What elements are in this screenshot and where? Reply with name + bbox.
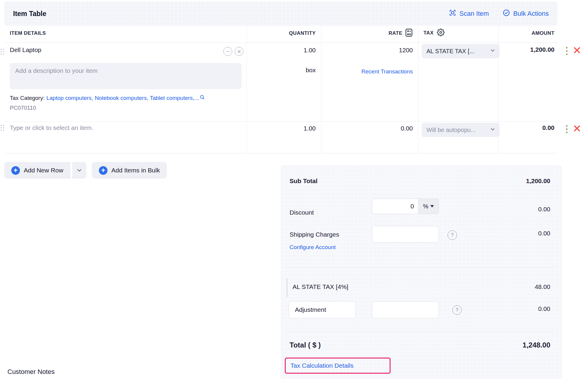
rate-value[interactable]: 0.00 bbox=[339, 125, 413, 132]
summary-divider bbox=[286, 268, 553, 268]
subtotal-amount: 1,200.00 bbox=[491, 177, 550, 185]
column-header-item-details: ITEM DETAILS bbox=[10, 30, 46, 36]
tax-select-placeholder: Will be autopopu... bbox=[426, 127, 476, 133]
calculator-icon[interactable] bbox=[405, 29, 413, 38]
help-icon[interactable]: ? bbox=[448, 230, 457, 240]
discount-label: Discount bbox=[290, 209, 314, 216]
item-select-input[interactable] bbox=[10, 124, 176, 131]
adjustment-amount: 0.00 bbox=[491, 305, 550, 312]
search-icon[interactable] bbox=[200, 95, 205, 101]
discount-input[interactable] bbox=[372, 199, 418, 214]
add-items-in-bulk-button[interactable]: + Add Items in Bulk bbox=[92, 162, 167, 179]
header-actions: Scan Item Bulk Actions bbox=[449, 9, 549, 18]
scan-icon bbox=[449, 9, 456, 18]
row-drag-handle[interactable] bbox=[1, 125, 4, 131]
tax-line-amount: 48.00 bbox=[491, 283, 550, 290]
summary-divider bbox=[286, 331, 553, 332]
amount-value: 1,200.00 bbox=[495, 46, 554, 53]
bulk-actions-label: Bulk Actions bbox=[513, 10, 549, 18]
customer-notes-heading: Customer Notes bbox=[7, 368, 55, 376]
plus-circle-icon: + bbox=[11, 166, 20, 175]
bulk-actions-button[interactable]: Bulk Actions bbox=[502, 9, 549, 18]
tax-select[interactable]: Will be autopopu... bbox=[422, 123, 500, 137]
tax-category-links[interactable]: Laptop computers, Notebook computers, Ta… bbox=[46, 95, 199, 101]
total-label: Total ( $ ) bbox=[290, 341, 321, 349]
item-description-input[interactable] bbox=[10, 63, 241, 89]
column-header-amount: AMOUNT bbox=[495, 30, 554, 36]
summary-panel: Sub Total 1,200.00 Discount % 0.00 Shipp… bbox=[281, 165, 562, 379]
column-header-rate: RATE bbox=[388, 30, 402, 36]
tax-select-value: AL STATE TAX [... bbox=[426, 48, 474, 55]
chevron-down-icon bbox=[490, 127, 495, 133]
recent-transactions-link[interactable]: Recent Transactions bbox=[339, 68, 413, 75]
scan-item-button[interactable]: Scan Item bbox=[449, 9, 489, 18]
column-divider bbox=[246, 26, 247, 153]
column-header-tax-group: TAX bbox=[423, 29, 445, 37]
delete-row-icon[interactable] bbox=[573, 46, 581, 56]
column-header-rate-group: RATE bbox=[339, 29, 413, 38]
tax-calculation-highlight-box: Tax Calculation Details bbox=[285, 358, 391, 374]
amount-value: 0.00 bbox=[495, 124, 554, 131]
tax-category-label: Tax Category: bbox=[10, 95, 45, 101]
row-drag-handle[interactable] bbox=[1, 49, 4, 55]
tax-line-label: AL STATE TAX [4%] bbox=[293, 283, 348, 290]
item-sku: PC070110 bbox=[10, 105, 36, 111]
quantity-value[interactable]: 1.00 bbox=[256, 47, 316, 54]
total-amount: 1,248.00 bbox=[491, 341, 550, 349]
add-items-in-bulk-label: Add Items in Bulk bbox=[111, 167, 160, 174]
subtotal-label: Sub Total bbox=[290, 177, 317, 185]
gear-icon[interactable] bbox=[437, 29, 445, 37]
add-new-row-button[interactable]: + Add New Row bbox=[4, 162, 70, 179]
adjustment-label: Adjustment bbox=[295, 306, 326, 313]
help-icon[interactable]: ? bbox=[452, 305, 462, 315]
row-menu-icon[interactable] bbox=[566, 125, 568, 133]
rate-value[interactable]: 1200 bbox=[339, 47, 413, 54]
column-header-quantity: QUANTITY bbox=[256, 30, 316, 36]
add-row-dropdown-button[interactable] bbox=[72, 162, 86, 179]
row-divider bbox=[4, 121, 558, 122]
discount-input-group: % bbox=[372, 199, 439, 214]
discount-unit-label: % bbox=[423, 203, 429, 210]
delete-row-icon[interactable] bbox=[573, 124, 581, 134]
page-title: Item Table bbox=[13, 10, 46, 18]
quantity-value[interactable]: 1.00 bbox=[256, 125, 316, 132]
discount-unit-dropdown[interactable]: % bbox=[418, 199, 439, 214]
shipping-charges-label: Shipping Charges bbox=[290, 231, 339, 238]
adjustment-field[interactable]: Adjustment bbox=[289, 301, 356, 318]
caret-down-icon bbox=[430, 205, 434, 207]
item-name[interactable]: Dell Laptop bbox=[10, 46, 41, 54]
row-divider bbox=[4, 153, 558, 153]
plus-circle-icon: + bbox=[99, 166, 108, 175]
unit-value: box bbox=[256, 67, 316, 74]
tax-section-border bbox=[287, 279, 287, 297]
row-divider bbox=[4, 43, 558, 43]
add-new-row-label: Add New Row bbox=[24, 167, 63, 174]
row-menu-icon[interactable] bbox=[566, 47, 568, 55]
shipping-charges-input[interactable] bbox=[372, 226, 439, 243]
configure-account-link[interactable]: Configure Account bbox=[290, 244, 336, 251]
column-divider bbox=[418, 26, 418, 153]
tax-select[interactable]: AL STATE TAX [... bbox=[422, 44, 500, 58]
clear-item-icon[interactable] bbox=[235, 47, 244, 56]
check-circle-icon bbox=[502, 9, 510, 18]
adjustment-input[interactable] bbox=[372, 301, 439, 318]
chevron-down-icon bbox=[490, 48, 495, 55]
more-options-icon[interactable] bbox=[223, 47, 232, 56]
discount-amount: 0.00 bbox=[491, 206, 550, 213]
column-header-tax: TAX bbox=[423, 30, 434, 36]
tax-calculation-details-link[interactable]: Tax Calculation Details bbox=[290, 362, 353, 369]
tax-category-line: Tax Category: Laptop computers, Notebook… bbox=[10, 95, 205, 101]
item-table-header-bar: Item Table Scan Item Bulk Actions bbox=[4, 1, 558, 26]
scan-item-label: Scan Item bbox=[459, 10, 489, 18]
shipping-amount: 0.00 bbox=[491, 230, 550, 237]
column-divider bbox=[321, 26, 321, 153]
